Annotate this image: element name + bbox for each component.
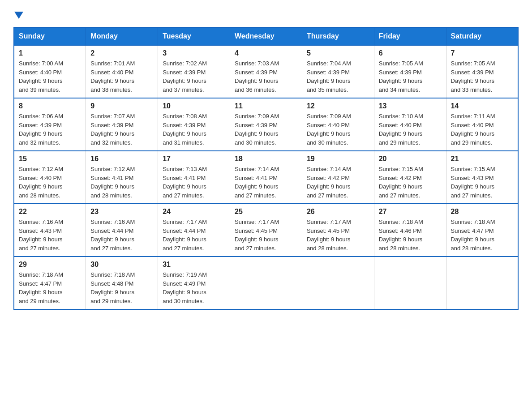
day-info: Sunrise: 7:17 AMSunset: 4:45 PMDaylight:… (307, 218, 369, 253)
day-number: 20 (379, 155, 442, 163)
day-info: Sunrise: 7:19 AMSunset: 4:49 PMDaylight:… (163, 270, 225, 305)
logo-triangle-icon (14, 12, 23, 19)
calendar-cell: 25Sunrise: 7:17 AMSunset: 4:45 PMDayligh… (230, 204, 302, 257)
calendar-cell: 30Sunrise: 7:18 AMSunset: 4:48 PMDayligh… (86, 257, 158, 309)
calendar-cell (302, 257, 374, 309)
day-info: Sunrise: 7:09 AMSunset: 4:40 PMDaylight:… (307, 112, 369, 147)
calendar-cell: 19Sunrise: 7:14 AMSunset: 4:42 PMDayligh… (302, 151, 374, 204)
day-info: Sunrise: 7:03 AMSunset: 4:39 PMDaylight:… (235, 59, 297, 94)
day-number: 14 (451, 102, 513, 110)
day-info: Sunrise: 7:13 AMSunset: 4:41 PMDaylight:… (163, 165, 225, 200)
day-info: Sunrise: 7:02 AMSunset: 4:39 PMDaylight:… (163, 59, 225, 94)
calendar-cell (446, 257, 518, 309)
day-number: 10 (163, 102, 225, 110)
day-number: 30 (90, 261, 153, 269)
day-number: 9 (90, 102, 153, 110)
day-number: 31 (163, 261, 225, 269)
day-info: Sunrise: 7:16 AMSunset: 4:44 PMDaylight:… (90, 218, 153, 253)
calendar-cell: 1Sunrise: 7:00 AMSunset: 4:40 PMDaylight… (14, 45, 86, 98)
day-number: 21 (451, 155, 513, 163)
calendar-cell (230, 257, 302, 309)
day-info: Sunrise: 7:07 AMSunset: 4:39 PMDaylight:… (90, 112, 153, 147)
calendar-week-row: 8Sunrise: 7:06 AMSunset: 4:39 PMDaylight… (14, 98, 518, 151)
day-number: 23 (90, 208, 153, 216)
day-info: Sunrise: 7:09 AMSunset: 4:39 PMDaylight:… (235, 112, 297, 147)
day-info: Sunrise: 7:16 AMSunset: 4:43 PMDaylight:… (19, 218, 81, 253)
calendar-cell: 9Sunrise: 7:07 AMSunset: 4:39 PMDaylight… (86, 98, 158, 151)
header-saturday: Saturday (446, 27, 518, 45)
calendar-cell: 28Sunrise: 7:18 AMSunset: 4:47 PMDayligh… (446, 204, 518, 257)
calendar-cell: 26Sunrise: 7:17 AMSunset: 4:45 PMDayligh… (302, 204, 374, 257)
day-number: 8 (19, 102, 81, 110)
calendar-cell: 27Sunrise: 7:18 AMSunset: 4:46 PMDayligh… (374, 204, 446, 257)
day-number: 27 (379, 208, 442, 216)
calendar-cell: 7Sunrise: 7:05 AMSunset: 4:39 PMDaylight… (446, 45, 518, 98)
calendar-cell: 12Sunrise: 7:09 AMSunset: 4:40 PMDayligh… (302, 98, 374, 151)
day-info: Sunrise: 7:18 AMSunset: 4:46 PMDaylight:… (379, 218, 442, 253)
calendar-cell: 11Sunrise: 7:09 AMSunset: 4:39 PMDayligh… (230, 98, 302, 151)
day-number: 7 (451, 49, 513, 57)
day-info: Sunrise: 7:14 AMSunset: 4:42 PMDaylight:… (307, 165, 369, 200)
calendar-cell: 3Sunrise: 7:02 AMSunset: 4:39 PMDaylight… (158, 45, 230, 98)
header (13, 9, 519, 19)
calendar-cell (374, 257, 446, 309)
calendar-cell: 16Sunrise: 7:12 AMSunset: 4:41 PMDayligh… (86, 151, 158, 204)
day-info: Sunrise: 7:12 AMSunset: 4:40 PMDaylight:… (19, 165, 81, 200)
day-number: 13 (379, 102, 442, 110)
header-sunday: Sunday (14, 27, 86, 45)
day-number: 3 (163, 49, 225, 57)
calendar-cell: 8Sunrise: 7:06 AMSunset: 4:39 PMDaylight… (14, 98, 86, 151)
calendar-cell: 2Sunrise: 7:01 AMSunset: 4:40 PMDaylight… (86, 45, 158, 98)
calendar-cell: 22Sunrise: 7:16 AMSunset: 4:43 PMDayligh… (14, 204, 86, 257)
day-info: Sunrise: 7:18 AMSunset: 4:48 PMDaylight:… (90, 270, 153, 305)
day-number: 26 (307, 208, 369, 216)
calendar-week-row: 1Sunrise: 7:00 AMSunset: 4:40 PMDaylight… (14, 45, 518, 98)
calendar-cell: 4Sunrise: 7:03 AMSunset: 4:39 PMDaylight… (230, 45, 302, 98)
header-tuesday: Tuesday (158, 27, 230, 45)
day-info: Sunrise: 7:18 AMSunset: 4:47 PMDaylight:… (19, 270, 81, 305)
day-number: 25 (235, 208, 297, 216)
day-info: Sunrise: 7:05 AMSunset: 4:39 PMDaylight:… (379, 59, 442, 94)
day-info: Sunrise: 7:11 AMSunset: 4:40 PMDaylight:… (451, 112, 513, 147)
day-number: 6 (379, 49, 442, 57)
day-info: Sunrise: 7:12 AMSunset: 4:41 PMDaylight:… (90, 165, 153, 200)
day-number: 1 (19, 49, 81, 57)
day-info: Sunrise: 7:08 AMSunset: 4:39 PMDaylight:… (163, 112, 225, 147)
calendar-week-row: 29Sunrise: 7:18 AMSunset: 4:47 PMDayligh… (14, 257, 518, 309)
calendar-cell: 20Sunrise: 7:15 AMSunset: 4:42 PMDayligh… (374, 151, 446, 204)
day-number: 18 (235, 155, 297, 163)
calendar-cell: 18Sunrise: 7:14 AMSunset: 4:41 PMDayligh… (230, 151, 302, 204)
calendar-cell: 15Sunrise: 7:12 AMSunset: 4:40 PMDayligh… (14, 151, 86, 204)
header-friday: Friday (374, 27, 446, 45)
calendar-cell: 14Sunrise: 7:11 AMSunset: 4:40 PMDayligh… (446, 98, 518, 151)
day-info: Sunrise: 7:18 AMSunset: 4:47 PMDaylight:… (451, 218, 513, 253)
day-number: 28 (451, 208, 513, 216)
calendar-cell: 5Sunrise: 7:04 AMSunset: 4:39 PMDaylight… (302, 45, 374, 98)
day-number: 4 (235, 49, 297, 57)
header-monday: Monday (86, 27, 158, 45)
calendar-week-row: 15Sunrise: 7:12 AMSunset: 4:40 PMDayligh… (14, 151, 518, 204)
calendar-header-row: SundayMondayTuesdayWednesdayThursdayFrid… (14, 27, 518, 45)
calendar-cell: 13Sunrise: 7:10 AMSunset: 4:40 PMDayligh… (374, 98, 446, 151)
day-info: Sunrise: 7:14 AMSunset: 4:41 PMDaylight:… (235, 165, 297, 200)
day-info: Sunrise: 7:00 AMSunset: 4:40 PMDaylight:… (19, 59, 81, 94)
calendar-week-row: 22Sunrise: 7:16 AMSunset: 4:43 PMDayligh… (14, 204, 518, 257)
header-wednesday: Wednesday (230, 27, 302, 45)
day-info: Sunrise: 7:01 AMSunset: 4:40 PMDaylight:… (90, 59, 153, 94)
day-number: 16 (90, 155, 153, 163)
day-info: Sunrise: 7:15 AMSunset: 4:43 PMDaylight:… (451, 165, 513, 200)
calendar-table: SundayMondayTuesdayWednesdayThursdayFrid… (13, 27, 519, 310)
day-info: Sunrise: 7:06 AMSunset: 4:39 PMDaylight:… (19, 112, 81, 147)
header-thursday: Thursday (302, 27, 374, 45)
day-info: Sunrise: 7:17 AMSunset: 4:44 PMDaylight:… (163, 218, 225, 253)
calendar-cell: 10Sunrise: 7:08 AMSunset: 4:39 PMDayligh… (158, 98, 230, 151)
calendar-cell: 29Sunrise: 7:18 AMSunset: 4:47 PMDayligh… (14, 257, 86, 309)
logo (13, 9, 23, 19)
calendar-cell: 17Sunrise: 7:13 AMSunset: 4:41 PMDayligh… (158, 151, 230, 204)
day-number: 22 (19, 208, 81, 216)
day-info: Sunrise: 7:17 AMSunset: 4:45 PMDaylight:… (235, 218, 297, 253)
calendar-cell: 6Sunrise: 7:05 AMSunset: 4:39 PMDaylight… (374, 45, 446, 98)
day-info: Sunrise: 7:05 AMSunset: 4:39 PMDaylight:… (451, 59, 513, 94)
day-number: 12 (307, 102, 369, 110)
day-number: 19 (307, 155, 369, 163)
